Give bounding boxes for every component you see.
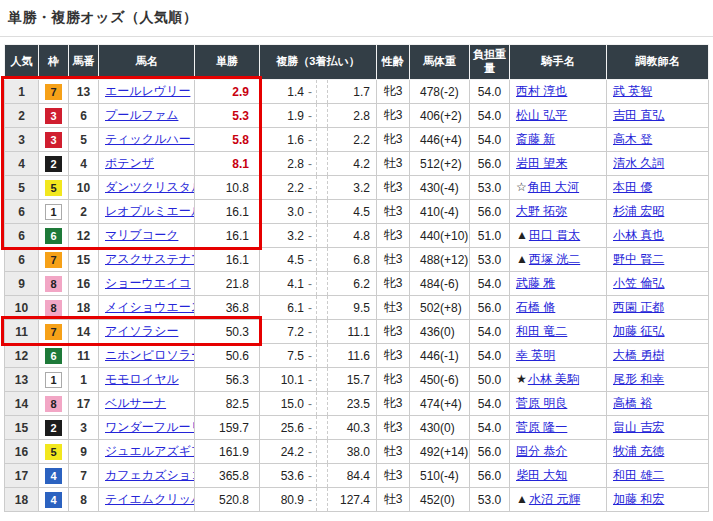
place-odds-separator bbox=[316, 368, 328, 391]
place-odds-dash: - bbox=[304, 421, 316, 435]
place-odds-high: 9.5 bbox=[328, 301, 370, 315]
frame-badge: 3 bbox=[45, 108, 62, 124]
horse-name-link[interactable]: ポテンザ bbox=[105, 156, 154, 170]
trainer-name-link[interactable]: 高橋 裕 bbox=[613, 396, 652, 410]
frame-cell: 8 bbox=[39, 296, 69, 320]
place-odds-separator bbox=[316, 200, 328, 223]
win-odds-cell: 21.8 bbox=[195, 272, 260, 296]
trainer-name-link[interactable]: 尾形 和幸 bbox=[613, 372, 664, 386]
trainer-name-link[interactable]: 加藤 和宏 bbox=[613, 492, 664, 506]
sex-age-cell: 牡3 bbox=[377, 488, 410, 512]
rank-cell: 13 bbox=[5, 368, 39, 392]
header-horse-name: 馬名 bbox=[99, 45, 195, 80]
jockey-cell: 石橋 脩 bbox=[510, 296, 607, 320]
trainer-name-link[interactable]: 大橋 勇樹 bbox=[613, 348, 664, 362]
jockey-name-link[interactable]: 石橋 脩 bbox=[516, 300, 555, 314]
jockey-name-link[interactable]: 幸 英明 bbox=[516, 348, 555, 362]
jockey-name-link[interactable]: 水沼 元輝 bbox=[529, 492, 580, 506]
horse-name-link[interactable]: テイエムクリッパー bbox=[105, 492, 195, 506]
trainer-name-link[interactable]: 清水 久詞 bbox=[613, 156, 664, 170]
trainer-name-link[interactable]: 杉浦 宏昭 bbox=[613, 204, 664, 218]
trainer-name-link[interactable]: 武 英智 bbox=[613, 84, 652, 98]
frame-badge: 4 bbox=[45, 468, 62, 484]
trainer-name-link[interactable]: 小笠 倫弘 bbox=[613, 276, 664, 290]
horse-name-link[interactable]: マリブコーク bbox=[105, 228, 178, 242]
horse-name-cell: ダンツクリスタル bbox=[99, 176, 195, 200]
place-odds-dash: - bbox=[304, 229, 316, 243]
horse-name-link[interactable]: ショーウエイコ bbox=[105, 276, 191, 290]
horse-weight-cell: 502(+8) bbox=[410, 296, 470, 320]
win-odds-cell: 36.8 bbox=[195, 296, 260, 320]
trainer-name-link[interactable]: 小林 真也 bbox=[613, 228, 664, 242]
horse-name-cell: メイショウエース bbox=[99, 296, 195, 320]
horse-name-link[interactable]: ジュエルアズギフト bbox=[105, 444, 195, 458]
jockey-name-link[interactable]: 和田 竜二 bbox=[516, 324, 567, 338]
jockey-name-link[interactable]: 田口 貫太 bbox=[529, 228, 580, 242]
horse-weight-cell: 484(-6) bbox=[410, 272, 470, 296]
header-rank: 人気 bbox=[5, 45, 39, 80]
horse-weight-cell: 446(-1) bbox=[410, 344, 470, 368]
jockey-name-link[interactable]: 斎藤 新 bbox=[516, 132, 555, 146]
jockey-apprentice-mark: ▲ bbox=[516, 252, 528, 266]
trainer-name-link[interactable]: 牧浦 充徳 bbox=[613, 444, 664, 458]
place-odds-dash: - bbox=[304, 445, 316, 459]
jockey-name-link[interactable]: 西塚 洸二 bbox=[529, 252, 580, 266]
load-weight-cell: 54.0 bbox=[470, 320, 510, 344]
trainer-name-link[interactable]: 和田 雄二 bbox=[613, 468, 664, 482]
place-odds-cell: 6.1-9.5 bbox=[260, 296, 377, 320]
horse-name-link[interactable]: エールレヴリー bbox=[105, 84, 190, 98]
trainer-name-link[interactable]: 畠山 吉宏 bbox=[613, 420, 664, 434]
jockey-name-link[interactable]: 西村 淳也 bbox=[516, 84, 567, 98]
horse-name-link[interactable]: モモロイヤル bbox=[105, 372, 179, 386]
jockey-name-link[interactable]: 大野 拓弥 bbox=[516, 204, 567, 218]
jockey-name-link[interactable]: 菅原 隆一 bbox=[516, 420, 567, 434]
trainer-name-link[interactable]: 西園 正都 bbox=[613, 300, 664, 314]
jockey-name-link[interactable]: 武藤 雅 bbox=[516, 276, 555, 290]
sex-age-cell: 牝3 bbox=[377, 320, 410, 344]
horse-name-link[interactable]: アスクサステナブル bbox=[105, 252, 195, 266]
rank-cell: 9 bbox=[5, 272, 39, 296]
place-odds-cell: 15.0-23.5 bbox=[260, 392, 377, 416]
jockey-cell: 斎藤 新 bbox=[510, 128, 607, 152]
horse-name-link[interactable]: メイショウエース bbox=[105, 300, 195, 314]
header-trainer: 調教師名 bbox=[607, 45, 709, 80]
jockey-name-link[interactable]: 菅原 明良 bbox=[516, 396, 567, 410]
place-odds-range: 15.0-23.5 bbox=[262, 392, 370, 415]
table-row: 1523ワンダーフルーリ159.725.6-40.3牝3430(0)54.0菅原… bbox=[5, 416, 709, 440]
sex-age-cell: 牝3 bbox=[377, 80, 410, 104]
load-weight-cell: 56.0 bbox=[470, 200, 510, 224]
horse-name-link[interactable]: ベルサーナ bbox=[105, 396, 166, 410]
horse-name-link[interactable]: ティックルハート bbox=[105, 132, 195, 146]
jockey-name-link[interactable]: 小林 美駒 bbox=[528, 372, 579, 386]
place-odds-low: 4.1 bbox=[262, 277, 304, 291]
frame-badge: 7 bbox=[45, 84, 62, 100]
jockey-cell: 西村 淳也 bbox=[510, 80, 607, 104]
jockey-name-link[interactable]: 角田 大河 bbox=[528, 180, 579, 194]
trainer-name-link[interactable]: 加藤 征弘 bbox=[613, 324, 664, 338]
jockey-cell: 大野 拓弥 bbox=[510, 200, 607, 224]
trainer-name-link[interactable]: 本田 優 bbox=[613, 180, 652, 194]
trainer-name-link[interactable]: 高木 登 bbox=[613, 132, 652, 146]
table-row: 1747カフェカズショコラ365.853.6-84.4牡3510(-4)56.0… bbox=[5, 464, 709, 488]
horse-name-cell: ベルサーナ bbox=[99, 392, 195, 416]
jockey-name-link[interactable]: 松山 弘平 bbox=[516, 108, 567, 122]
horse-name-link[interactable]: アイソラシー bbox=[105, 324, 178, 338]
place-odds-dash: - bbox=[304, 493, 316, 507]
rank-cell: 18 bbox=[5, 488, 39, 512]
jockey-name-link[interactable]: 柴田 大知 bbox=[516, 468, 567, 482]
load-weight-cell: 53.0 bbox=[470, 248, 510, 272]
place-odds-separator bbox=[316, 104, 328, 127]
horse-name-link[interactable]: ニホンピロソラーナ bbox=[105, 348, 195, 362]
jockey-cell: 菅原 隆一 bbox=[510, 416, 607, 440]
horse-name-link[interactable]: プールファム bbox=[105, 108, 178, 122]
jockey-name-link[interactable]: 国分 恭介 bbox=[516, 444, 567, 458]
place-odds-cell: 4.1-6.2 bbox=[260, 272, 377, 296]
trainer-name-link[interactable]: 野中 賢二 bbox=[613, 252, 664, 266]
horse-name-link[interactable]: カフェカズショコラ bbox=[105, 468, 195, 482]
jockey-name-link[interactable]: 岩田 望来 bbox=[516, 156, 567, 170]
sex-age-cell: 牡3 bbox=[377, 440, 410, 464]
horse-name-link[interactable]: ダンツクリスタル bbox=[105, 180, 195, 194]
horse-name-link[interactable]: ワンダーフルーリ bbox=[105, 420, 195, 434]
horse-name-link[interactable]: レオプルミエール bbox=[105, 204, 195, 218]
trainer-name-link[interactable]: 吉田 直弘 bbox=[613, 108, 664, 122]
